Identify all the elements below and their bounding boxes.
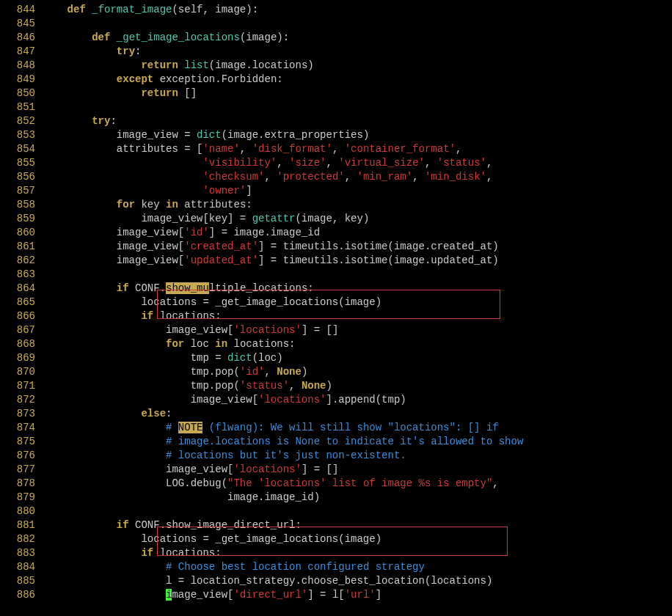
line-number: 881 (0, 518, 35, 532)
token: exception.Forbidden: (153, 73, 282, 85)
code-line[interactable]: if locations: (43, 309, 672, 323)
token-call: list (184, 59, 209, 71)
code-line[interactable]: # Choose best location configured strate… (43, 560, 672, 574)
token: CONF. (129, 282, 166, 294)
token: ] = timeutils.isotime(image.updated_at) (258, 254, 499, 266)
token-com: # Choose best location configured strate… (166, 561, 425, 573)
token: image_view[ (43, 463, 233, 475)
code-line[interactable]: image_view[key] = getattr(image, key) (43, 212, 672, 226)
code-line[interactable]: try: (43, 45, 672, 59)
line-number: 876 (0, 449, 35, 463)
code-line[interactable]: image_view = dict(image.extra_properties… (43, 128, 672, 142)
token-kw: return (141, 87, 178, 99)
line-number: 874 (0, 421, 35, 435)
code-line[interactable]: image_view['updated_at'] = timeutils.iso… (43, 254, 672, 268)
token-def: _format_image (92, 4, 172, 15)
code-line[interactable]: # locations but it's just non-existent. (43, 449, 672, 463)
code-line[interactable]: tmp.pop('status', None) (43, 379, 672, 393)
code-line[interactable]: image_view['id'] = image.image_id (43, 226, 672, 240)
token: , (486, 157, 492, 169)
line-number: 885 (0, 574, 35, 588)
token (43, 408, 141, 419)
code-line[interactable]: attributes = ['name', 'disk_format', 'co… (43, 142, 672, 156)
code-line[interactable]: image_view['locations'].append(tmp) (43, 393, 672, 407)
token (43, 310, 141, 322)
token: tmp.pop( (43, 380, 240, 392)
code-line[interactable]: # NOTE (flwang): We will still show "loc… (43, 421, 672, 435)
line-number: 867 (0, 323, 35, 337)
code-line[interactable]: tmp.pop('id', None) (43, 365, 672, 379)
line-number: 845 (0, 17, 35, 31)
line-number: 847 (0, 45, 35, 59)
token: image_view[ (43, 324, 233, 336)
token: tmp.pop( (43, 366, 240, 378)
code-line[interactable]: image_view['locations'] = [] (43, 323, 672, 337)
token-call: dict (197, 129, 222, 141)
code-line[interactable]: if CONF.show_multiple_locations: (43, 282, 672, 296)
code-line[interactable]: 'owner'] (43, 184, 672, 198)
code-line[interactable]: for key in attributes: (43, 198, 672, 212)
code-line[interactable] (43, 268, 672, 282)
token: image_view[key] = (43, 213, 252, 224)
token-kw: if (117, 519, 129, 531)
token-str: 'min_disk' (425, 171, 486, 183)
token: ) (302, 366, 307, 378)
token: , (326, 157, 339, 169)
line-number: 861 (0, 240, 35, 254)
token: image_view[ (43, 254, 184, 266)
line-number: 844 (0, 3, 35, 17)
code-area[interactable]: def _format_image(self, image): def _get… (43, 3, 672, 602)
code-line[interactable]: if locations: (43, 546, 672, 560)
code-line[interactable]: # image.locations is None to indicate it… (43, 435, 672, 449)
token (43, 282, 117, 294)
token: , (240, 143, 252, 155)
token: loc (184, 338, 215, 350)
token-str: 'owner' (202, 185, 246, 197)
code-line[interactable] (43, 100, 672, 114)
code-line[interactable]: except exception.Forbidden: (43, 73, 672, 87)
code-line[interactable] (43, 505, 672, 518)
code-line[interactable]: image_view['locations'] = [] (43, 463, 672, 477)
code-line[interactable]: try: (43, 114, 672, 128)
token: ] = l[ (307, 589, 344, 601)
code-line[interactable]: 'checksum', 'protected', 'min_ram', 'min… (43, 170, 672, 184)
token-hl1: show_mu (166, 282, 209, 294)
token: LOG.debug( (43, 477, 227, 489)
code-line[interactable]: def _format_image(self, image): (43, 3, 672, 17)
code-line[interactable] (43, 17, 672, 31)
token: ) (326, 380, 332, 392)
line-number: 859 (0, 212, 35, 226)
token-str: 'url' (345, 589, 376, 601)
code-line[interactable]: for loc in locations: (43, 337, 672, 351)
line-number: 866 (0, 309, 35, 323)
code-line[interactable]: else: (43, 407, 672, 421)
token (86, 4, 92, 15)
token: (image): (240, 32, 289, 43)
code-line[interactable]: image.image_id) (43, 491, 672, 505)
code-line[interactable]: image_view['created_at'] = timeutils.iso… (43, 240, 672, 254)
token-str: 'protected' (277, 171, 344, 183)
token-kw: def (67, 4, 86, 15)
code-editor[interactable]: 8448458468478488498508518528538548558568… (0, 3, 672, 602)
line-number: 865 (0, 296, 35, 309)
line-number: 883 (0, 546, 35, 560)
token: (image.locations) (209, 59, 314, 71)
code-line[interactable]: def _get_image_locations(image): (43, 31, 672, 45)
code-line[interactable]: locations = _get_image_locations(image) (43, 532, 672, 546)
code-line[interactable]: locations = _get_image_locations(image) (43, 296, 672, 309)
code-line[interactable]: image_view['direct_url'] = l['url'] (43, 588, 672, 602)
token-kw: return (141, 59, 178, 71)
code-line[interactable]: LOG.debug("The 'locations' list of image… (43, 477, 672, 491)
line-number: 855 (0, 156, 35, 170)
token: (loc) (252, 352, 283, 364)
line-number: 882 (0, 532, 35, 546)
code-line[interactable]: l = location_strategy.choose_best_locati… (43, 574, 672, 588)
code-line[interactable]: if CONF.show_image_direct_url: (43, 518, 672, 532)
code-line[interactable]: tmp = dict(loc) (43, 351, 672, 365)
code-line[interactable]: return list(image.locations) (43, 59, 672, 73)
token: CONF.show_image_direct_url: (129, 519, 302, 531)
code-line[interactable]: return [] (43, 87, 672, 100)
token (178, 59, 184, 71)
code-line[interactable]: 'visibility', 'size', 'virtual_size', 's… (43, 156, 672, 170)
token (43, 185, 202, 197)
